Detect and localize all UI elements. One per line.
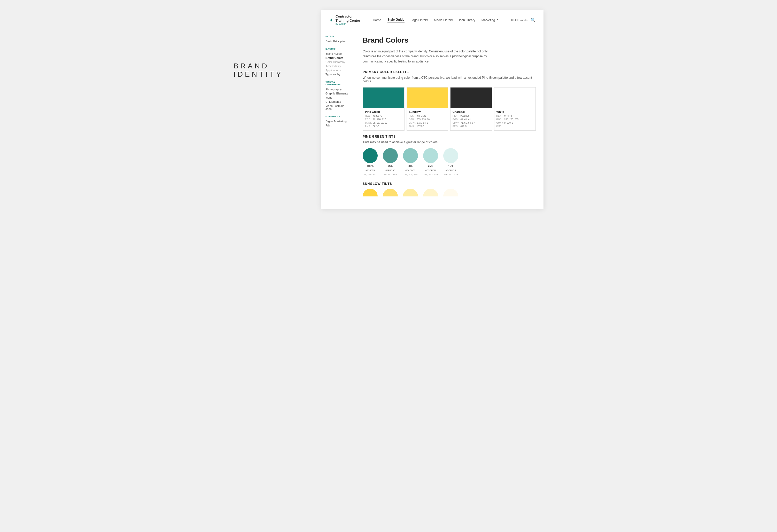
all-brands-label: All Brands	[515, 19, 528, 22]
nav-icon-library[interactable]: Icon Library	[459, 18, 475, 22]
sidebar-item-brand-logo[interactable]: Brand / Logo	[325, 51, 350, 56]
pine-tint-100: 100% #138075 19, 128, 117	[363, 148, 378, 176]
swatch-charcoal-detail: HEX #292929 RGB 41, 41, 41 CMYK 71, 65, …	[453, 114, 490, 128]
sidebar-item-color-hierarchy[interactable]: Color Hierarchy	[325, 60, 350, 64]
sunglow-tint-50-circle	[403, 189, 418, 196]
sidebar-item-photography[interactable]: Photography	[325, 87, 350, 91]
nav-links: Home Style Guide Logo Library Media Libr…	[373, 18, 498, 22]
pine-tint-15: 15% #DBF1EF 216, 241, 239	[443, 148, 458, 176]
primary-palette-section: PRIMARY COLOR PALETTE When we communicat…	[363, 70, 536, 131]
swatch-pine-green-detail: HEX #138075 RGB 19, 128, 117 CMYK 85, 30…	[365, 114, 402, 128]
pine-tint-50-rgb: 138, 200, 194	[403, 173, 418, 176]
nav-style-guide[interactable]: Style Guide	[387, 18, 405, 22]
pine-tint-25-circle	[423, 148, 438, 163]
sidebar-item-basic-principles[interactable]: Basic Principles	[325, 39, 350, 43]
sidebar-item-ui-elements[interactable]: UI Elements	[325, 100, 350, 104]
primary-color-swatches: Pine Green HEX #138075 RGB 19, 128, 117 …	[363, 87, 536, 131]
pine-tint-100-rgb: 19, 128, 117	[364, 173, 376, 176]
search-icon[interactable]: 🔍	[531, 18, 536, 22]
sunglow-tint-25-circle	[423, 189, 438, 196]
sunglow-tint-100	[363, 189, 378, 196]
swatch-charcoal: Charcoal HEX #292929 RGB 41, 41, 41 CMYK…	[450, 87, 492, 131]
all-brands[interactable]: ⊞ All Brands	[511, 18, 528, 22]
swatch-white-name: White	[496, 110, 534, 113]
nav-marketing[interactable]: Marketing ↗	[481, 18, 498, 22]
pine-tint-75: 75% #4F9D95 79, 157, 149	[383, 148, 398, 176]
swatch-pine-green-info: Pine Green HEX #138075 RGB 19, 128, 117 …	[363, 108, 404, 130]
sidebar-section-examples: EXAMPLES Digital Marketing Print	[325, 115, 350, 128]
sidebar-section-visual-title: VISUAL LANGUAGE	[325, 81, 350, 86]
logo-icon: ✦	[329, 17, 333, 23]
content-body: INTRO Basic Principles BASICS Brand / Lo…	[321, 30, 544, 209]
swatch-sunglow-rect	[407, 88, 448, 108]
sidebar-item-video[interactable]: Video - coming soon	[325, 104, 350, 111]
nav-home[interactable]: Home	[373, 18, 381, 22]
pine-tint-circles: 100% #138075 19, 128, 117 75% #4F9D95 79…	[363, 148, 536, 176]
pine-tints-subtext: Tints may be used to achieve a greater r…	[363, 140, 536, 144]
sidebar-item-accessibility[interactable]: Accessibility	[325, 64, 350, 68]
sidebar-item-graphic-elements[interactable]: Graphic Elements	[325, 91, 350, 96]
swatch-charcoal-rect	[450, 88, 492, 108]
sunglow-tint-25-container	[423, 189, 438, 196]
top-nav: ✦ Contractor Training Center by Colibri …	[321, 10, 544, 30]
swatch-white-detail: HEX #FFFFFF RGB 255, 255, 255 CMYK 0, 0,…	[496, 114, 534, 128]
swatch-sunglow: Sunglow HEX #FFD542 RGB 255, 213, 66 CMY…	[407, 87, 448, 131]
pine-tint-50-hex: #8AC8C2	[405, 169, 415, 172]
pine-tint-25: 25% #B2DFDB 178, 223, 219	[423, 148, 438, 176]
swatch-pine-green-name: Pine Green	[365, 110, 402, 113]
all-brands-icon: ⊞	[511, 18, 514, 22]
swatch-white-info: White HEX #FFFFFF RGB 255, 255, 255 CMYK…	[494, 108, 536, 130]
logo-title-line1: Contractor Training Center	[336, 14, 360, 22]
pine-tint-25-label: 25%	[428, 165, 433, 167]
sidebar-item-brand-colors[interactable]: Brand Colors	[325, 56, 350, 60]
sunglow-tint-100-circle	[363, 189, 378, 196]
pine-tint-15-hex: #DBF1EF	[446, 169, 456, 172]
pine-tints-section: PINE GREEN TINTS Tints may be used to ac…	[363, 135, 536, 176]
sunglow-tint-25	[423, 189, 438, 196]
pine-tint-50: 50% #8AC8C2 138, 200, 194	[403, 148, 418, 176]
sidebar-section-visual-language: VISUAL LANGUAGE Photography Graphic Elem…	[325, 81, 350, 111]
sunglow-tint-50	[403, 189, 418, 196]
pine-tint-100-hex: #138075	[365, 169, 374, 172]
sunglow-tint-75-container	[383, 189, 398, 196]
sunglow-tint-75-circle	[383, 189, 398, 196]
sunglow-tint-100-container	[363, 189, 378, 196]
swatch-pine-green-rect	[363, 88, 404, 108]
pine-tint-25-hex: #B2DFDB	[425, 169, 436, 172]
pine-tint-50-label: 50%	[408, 165, 413, 167]
logo-text: Contractor Training Center by Colibri	[336, 14, 360, 25]
pine-tint-15-label: 15%	[448, 165, 453, 167]
pine-tint-75-rgb: 79, 157, 149	[384, 173, 397, 176]
sidebar: INTRO Basic Principles BASICS Brand / Lo…	[321, 30, 355, 209]
swatch-pine-green: Pine Green HEX #138075 RGB 19, 128, 117 …	[363, 87, 405, 131]
pine-tint-75-label: 75%	[388, 165, 393, 167]
sidebar-section-intro: INTRO Basic Principles	[325, 35, 350, 43]
logo-area: ✦ Contractor Training Center by Colibri	[329, 14, 360, 25]
sunglow-tint-75	[383, 189, 398, 196]
swatch-white-rect	[494, 88, 536, 108]
sunglow-tint-circles	[363, 189, 536, 196]
swatch-sunglow-detail: HEX #FFD542 RGB 255, 213, 66 CMYK 0, 15,…	[409, 114, 446, 128]
pine-tint-15-circle	[443, 148, 458, 163]
sidebar-item-applications[interactable]: Applications	[325, 68, 350, 72]
main-content: ✦ Contractor Training Center by Colibri …	[321, 10, 544, 209]
nav-right: ⊞ All Brands 🔍	[511, 18, 536, 22]
brand-identity-heading: Brand Identity	[233, 62, 321, 79]
sunglow-tint-15	[443, 189, 458, 196]
pine-tint-75-circle	[383, 148, 398, 163]
swatch-sunglow-info: Sunglow HEX #FFD542 RGB 255, 213, 66 CMY…	[407, 108, 448, 130]
sidebar-section-intro-title: INTRO	[325, 35, 350, 38]
nav-media-library[interactable]: Media Library	[434, 18, 453, 22]
sidebar-item-print[interactable]: Print	[325, 123, 350, 128]
sidebar-item-icons[interactable]: Icons	[325, 96, 350, 100]
sidebar-item-typography[interactable]: Typography	[325, 72, 350, 77]
swatch-charcoal-info: Charcoal HEX #292929 RGB 41, 41, 41 CMYK…	[450, 108, 492, 130]
article-title: Brand Colors	[363, 36, 536, 44]
left-panel: Brand Identity	[233, 10, 321, 79]
nav-logo-library[interactable]: Logo Library	[411, 18, 428, 22]
pine-tint-75-hex: #4F9D95	[385, 169, 395, 172]
sidebar-item-digital-marketing[interactable]: Digital Marketing	[325, 119, 350, 123]
swatch-white: White HEX #FFFFFF RGB 255, 255, 255 CMYK…	[494, 87, 536, 131]
sidebar-section-basics: BASICS Brand / Logo Brand Colors Color H…	[325, 47, 350, 77]
pine-tint-100-label: 100%	[367, 165, 373, 167]
